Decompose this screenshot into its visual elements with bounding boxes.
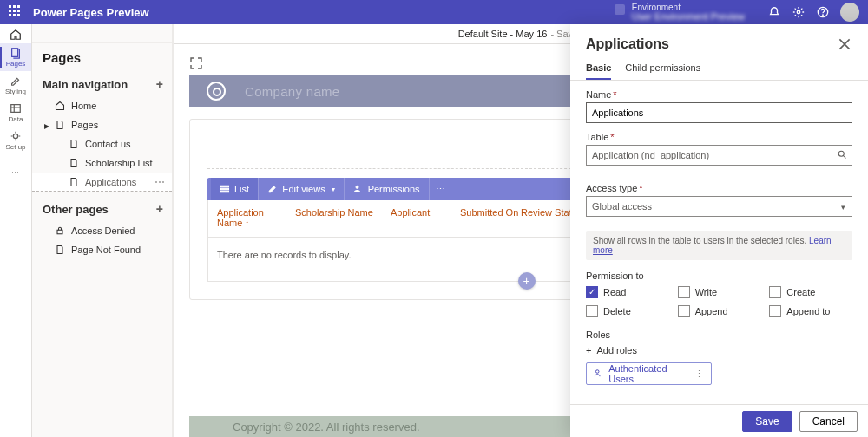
expand-canvas-icon[interactable] [189,56,203,70]
empty-state-text: There are no records to display. [217,250,351,260]
checkbox-icon[interactable] [769,305,781,317]
page-icon [69,158,79,168]
checkbox-icon[interactable] [586,305,598,317]
search-icon[interactable] [837,149,847,160]
svg-rect-3 [12,49,18,57]
svg-rect-6 [57,230,62,234]
svg-point-10 [356,186,358,188]
access-type-hint: Show all rows in the table to users in t… [586,231,852,260]
site-brand[interactable]: Company name [245,84,340,99]
tree-item-access-denied[interactable]: Access Denied [32,221,172,240]
add-section-icon[interactable]: + [518,272,536,290]
panel-title: Applications [586,36,669,52]
svg-point-0 [797,10,800,14]
rail-overflow-icon[interactable]: ... [0,156,31,184]
svg-point-5 [13,134,17,138]
perm-appendto[interactable]: Append to [769,305,852,317]
access-type-select[interactable] [586,196,852,217]
add-main-page-icon[interactable]: + [156,77,163,91]
product-title: Power Pages Preview [33,6,149,19]
table-label: Table* [586,132,852,142]
svg-rect-4 [11,105,21,113]
rail-label: Pages [6,60,26,68]
svg-point-2 [823,15,824,16]
lock-icon [55,225,65,236]
add-roles-button[interactable]: + Add roles [586,345,852,355]
checkbox-icon[interactable] [678,286,690,298]
perm-write[interactable]: Write [678,286,761,298]
perm-delete[interactable]: Delete [586,305,669,317]
panel-footer: Save Cancel [570,404,868,437]
toolbar-overflow-icon[interactable]: ⋯ [429,178,451,200]
svg-point-11 [838,151,844,156]
toolbar-permissions-button[interactable]: Permissions [344,178,429,200]
pages-nav-panel: Pages Main navigation + Home ▸ Pages Con… [32,24,174,437]
tab-basic[interactable]: Basic [586,62,611,80]
sort-asc-icon: ↑ [245,218,249,228]
tree-item-contact[interactable]: Contact us [32,134,172,153]
tree-item-pages[interactable]: Pages [32,115,172,134]
rail-item-setup[interactable]: Set up [0,127,31,154]
name-input[interactable] [586,102,852,123]
svg-point-12 [595,370,599,374]
permissions-panel: Applications Basic Child permissions Nam… [570,24,868,437]
name-label: Name* [586,89,852,100]
site-title: Default Site - May 16 [458,29,548,39]
environment-picker[interactable]: Environment User Environment Preview [615,3,745,22]
cancel-button[interactable]: Cancel [799,411,858,432]
toolbar-list-button[interactable]: List [211,178,258,200]
notifications-icon[interactable] [762,0,786,24]
tree-item-not-found[interactable]: Page Not Found [32,240,172,259]
rail-item-styling[interactable]: Styling [0,71,31,99]
permissions-grid: Read Write Create Delete Append Append t… [586,286,852,317]
access-type-label: Access type* [586,183,852,193]
roles-label: Roles [586,329,852,340]
add-other-page-icon[interactable]: + [156,202,163,216]
chevron-down-icon: ▾ [332,186,335,193]
nav-section-other: Other pages + [32,199,172,221]
user-avatar[interactable] [840,3,859,22]
nav-panel-title: Pages [32,43,172,74]
rail-label: Set up [5,143,25,151]
tree-item-applications[interactable]: Applications ⋯ [32,173,172,192]
perm-append[interactable]: Append [678,305,761,317]
checkbox-icon[interactable] [769,286,781,298]
app-launcher-icon[interactable] [9,5,23,19]
perm-create[interactable]: Create [769,286,852,298]
site-logo-icon[interactable] [207,82,226,101]
svg-rect-9 [221,191,229,192]
save-button[interactable]: Save [742,411,792,432]
help-icon[interactable] [811,0,835,24]
checkbox-icon[interactable] [678,305,690,317]
rail-label: Data [9,115,23,123]
page-icon [69,177,79,187]
table-lookup[interactable] [586,145,852,166]
col-scholarship-name[interactable]: Scholarship Name [295,207,391,228]
col-application-name[interactable]: Application Name↑ [217,207,295,228]
panel-tabs: Basic Child permissions [570,52,868,81]
tree-item-home[interactable]: Home [32,96,172,115]
permission-to-label: Permission to [586,271,852,281]
tree-item-overflow-icon[interactable]: ⋯ [155,176,165,188]
page-icon [69,139,79,149]
rail-item-pages[interactable]: Pages [0,43,31,71]
page-icon [55,245,65,255]
close-panel-icon[interactable] [837,36,852,52]
nav-section-main: Main navigation + [32,74,172,96]
col-submitted-on[interactable]: Submitted On [460,207,521,228]
settings-gear-icon[interactable] [786,0,811,24]
rail-item-data[interactable]: Data [0,99,31,127]
environment-name: User Environment Preview [632,12,745,22]
role-overflow-icon[interactable]: ⋮ [694,369,704,380]
perm-read[interactable]: Read [586,286,669,298]
rail-home-icon[interactable] [0,26,31,43]
svg-rect-7 [221,186,229,187]
tab-child-permissions[interactable]: Child permissions [625,62,700,80]
toolbar-edit-views-button[interactable]: Edit views ▾ [258,178,344,200]
left-rail: Pages Styling Data Set up ... [0,24,32,437]
checkbox-icon[interactable] [586,286,598,298]
chevron-right-icon[interactable]: ▸ [44,120,49,132]
tree-item-scholarship[interactable]: Scholarship List [32,153,172,173]
col-applicant[interactable]: Applicant [391,207,460,228]
role-chip-authenticated-users[interactable]: Authenticated Users ⋮ [586,362,712,385]
